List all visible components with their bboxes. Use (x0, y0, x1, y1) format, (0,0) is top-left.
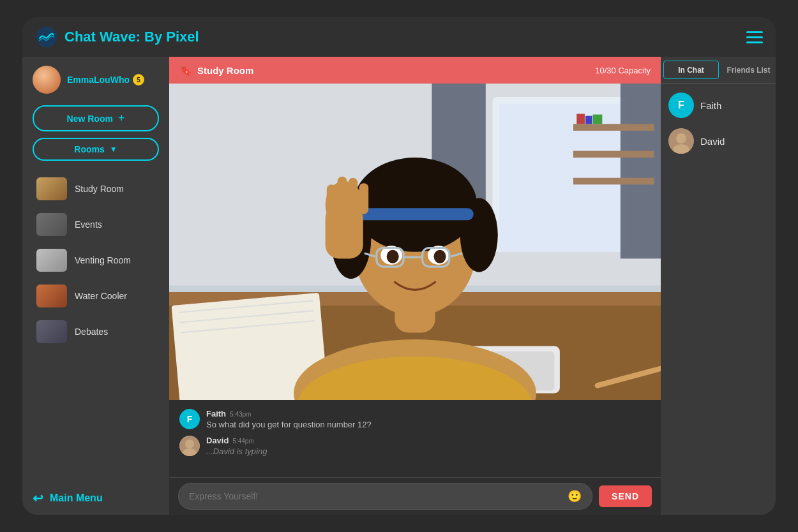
chat-content: David 5:44pm ...David is typing (206, 436, 267, 456)
app-logo-icon (35, 26, 58, 48)
avatar-image (33, 66, 61, 94)
david-panel-avatar-icon (668, 128, 694, 154)
room-thumb-venting (36, 249, 67, 272)
hamburger-line (746, 31, 763, 33)
chat-timestamp: 5:44pm (232, 438, 253, 445)
svg-rect-6 (621, 84, 661, 258)
svg-rect-42 (338, 177, 347, 214)
room-name-water: Water Cooler (75, 291, 127, 301)
rooms-dropdown-button[interactable]: Rooms ▼ (33, 138, 159, 161)
chat-avatar-david (179, 436, 200, 456)
new-room-button[interactable]: New Room + (33, 105, 159, 131)
chat-input-wrapper[interactable]: 🙂 (178, 483, 592, 510)
svg-point-32 (387, 250, 399, 263)
app-container: Chat Wave: By Pixel EmmaLouWho 5 (22, 17, 776, 515)
avatar (33, 66, 61, 94)
room-header: 🔖 Study Room 10/30 Capacity (169, 57, 661, 84)
rooms-label: Rooms (74, 144, 104, 154)
hamburger-line (746, 41, 763, 43)
in-chat-list: F Faith David (661, 84, 776, 163)
right-tabs: In Chat Friends List (661, 57, 776, 84)
app-title: Chat Wave: By Pixel (64, 29, 199, 45)
center-panel: 🔖 Study Room 10/30 Capacity (169, 57, 661, 515)
room-list: Study Room Events Venting Room Water Coo… (33, 172, 159, 484)
svg-rect-29 (358, 208, 474, 220)
svg-rect-44 (359, 183, 368, 214)
video-feed (169, 84, 661, 400)
hamburger-menu-button[interactable] (746, 31, 763, 43)
svg-point-46 (185, 440, 194, 448)
username-label: EmmaLouWho 5 (67, 74, 144, 85)
sidebar-item-events[interactable]: Events (33, 208, 159, 241)
hamburger-line (746, 36, 763, 38)
room-thumb-debates (36, 320, 67, 343)
chat-timestamp: 5:43pm (230, 411, 251, 418)
avatar-faith: F (668, 92, 694, 118)
chat-avatar-faith: F (179, 409, 200, 429)
tab-in-chat[interactable]: In Chat (663, 61, 719, 79)
video-scene-svg (169, 84, 661, 400)
bookmark-icon: 🔖 (179, 64, 192, 77)
sidebar-item-debates[interactable]: Debates (33, 315, 159, 348)
chat-username: Faith (206, 409, 226, 418)
room-thumb-study (36, 177, 67, 200)
room-capacity: 10/30 Capacity (595, 66, 651, 75)
chat-message: David 5:44pm ...David is typing (179, 436, 651, 456)
main-menu-icon: ↩ (33, 491, 43, 506)
chevron-down-icon: ▼ (110, 145, 117, 154)
send-button[interactable]: SEND (599, 485, 652, 507)
svg-rect-41 (327, 184, 336, 218)
top-bar: Chat Wave: By Pixel (22, 17, 776, 57)
chat-content: Faith 5:43pm So what did you get for que… (206, 409, 372, 429)
chat-area: F Faith 5:43pm So what did you get for q… (169, 400, 661, 515)
sidebar: EmmaLouWho 5 New Room + Rooms ▼ Study Ro… (22, 57, 169, 515)
chat-username: David (206, 436, 229, 445)
video-area (169, 84, 661, 400)
chat-message-text: So what did you get for question number … (206, 420, 372, 429)
sidebar-item-water-cooler[interactable]: Water Cooler (33, 279, 159, 313)
svg-point-33 (434, 250, 446, 263)
room-name-study: Study Room (75, 184, 124, 194)
right-panel: In Chat Friends List F Faith (661, 57, 776, 515)
main-body: EmmaLouWho 5 New Room + Rooms ▼ Study Ro… (22, 57, 776, 515)
new-room-label: New Room (67, 114, 113, 124)
person-name-david: David (700, 136, 725, 147)
svg-rect-9 (573, 178, 654, 185)
avatar-david (668, 128, 694, 154)
tab-friends-list[interactable]: Friends List (721, 57, 776, 83)
chat-typing-indicator: ...David is typing (206, 447, 267, 456)
person-name-faith: Faith (700, 100, 721, 111)
chat-input-row: 🙂 SEND (169, 477, 661, 515)
chat-message: F Faith 5:43pm So what did you get for q… (179, 409, 651, 429)
in-chat-person-david[interactable]: David (668, 128, 768, 154)
chat-messages: F Faith 5:43pm So what did you get for q… (169, 400, 661, 477)
sidebar-item-study-room[interactable]: Study Room (33, 172, 159, 205)
user-row: EmmaLouWho 5 (33, 66, 159, 94)
room-thumb-water (36, 284, 67, 307)
room-name-events: Events (75, 219, 102, 230)
main-menu-label: Main Menu (50, 492, 103, 504)
chat-input-field[interactable] (189, 491, 568, 501)
sidebar-item-venting-room[interactable]: Venting Room (33, 244, 159, 277)
svg-rect-10 (576, 114, 585, 124)
svg-rect-7 (573, 124, 654, 131)
current-room-name: Study Room (197, 65, 253, 76)
svg-rect-43 (349, 178, 358, 213)
david-avatar-icon (179, 436, 200, 456)
svg-point-49 (676, 133, 686, 144)
room-thumb-events (36, 213, 67, 236)
plus-icon: + (118, 112, 125, 125)
chat-name-row: Faith 5:43pm (206, 409, 372, 418)
svg-rect-12 (593, 115, 603, 124)
room-name-venting: Venting Room (75, 255, 131, 265)
emoji-icon[interactable]: 🙂 (568, 489, 582, 503)
top-bar-left: Chat Wave: By Pixel (35, 26, 199, 48)
svg-point-26 (353, 158, 477, 252)
coin-badge: 5 (133, 74, 144, 85)
main-menu-button[interactable]: ↩ Main Menu (33, 484, 159, 506)
svg-rect-8 (573, 151, 654, 158)
room-header-left: 🔖 Study Room (179, 64, 253, 77)
room-name-debates: Debates (75, 327, 108, 337)
in-chat-person-faith[interactable]: F Faith (668, 92, 768, 118)
chat-name-row: David 5:44pm (206, 436, 267, 445)
